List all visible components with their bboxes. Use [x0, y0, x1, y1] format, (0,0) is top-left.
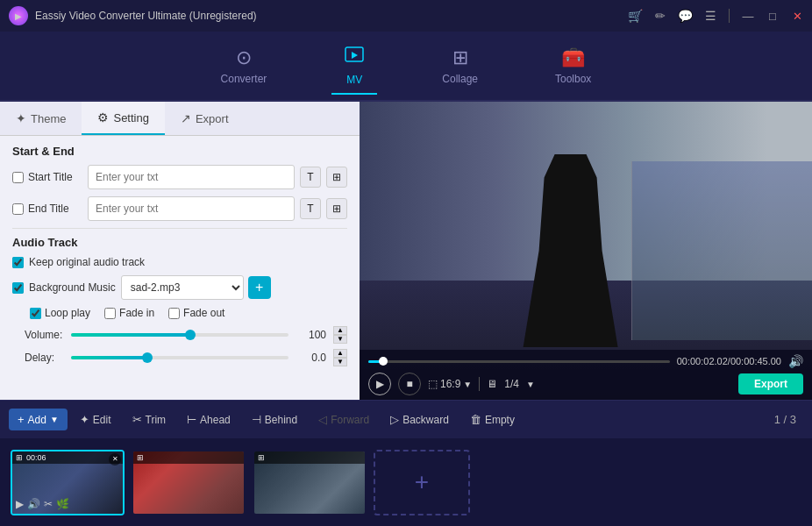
fade-in-label: Fade in: [119, 307, 154, 319]
toolbox-icon: 🧰: [561, 46, 585, 69]
clip-3-top-bar: ⊞: [254, 451, 365, 464]
tab-setting[interactable]: ⚙ Setting: [82, 102, 164, 135]
ahead-icon: ⊢: [187, 413, 196, 426]
nav-label-mv: MV: [346, 74, 362, 86]
nav-item-mv[interactable]: MV: [331, 39, 377, 95]
clip-1-icons: ▶ 🔊 ✂ 🌿: [16, 498, 69, 510]
forward-button[interactable]: ◁ Forward: [310, 409, 378, 430]
nav-item-converter[interactable]: ⊙ Converter: [209, 39, 280, 92]
time-total: 00:00:45.00: [730, 356, 781, 366]
cart-icon[interactable]: 🛒: [628, 9, 643, 23]
fade-in-checkbox[interactable]: [104, 308, 116, 319]
page-indicator: 1 / 3: [774, 413, 803, 426]
nav-item-toolbox[interactable]: 🧰 Toolbox: [543, 39, 603, 92]
delay-thumb[interactable]: [142, 352, 153, 363]
ahead-button[interactable]: ⊢ Ahead: [178, 409, 239, 430]
bottom-toolbar: + Add ▼ ✦ Edit ✂ Trim ⊢ Ahead ⊣ Behind ◁…: [0, 400, 812, 438]
volume-spinner: ▲ ▼: [333, 326, 347, 344]
time-current: 00:00:02.02: [677, 356, 728, 366]
theme-tab-icon: ✦: [16, 111, 26, 125]
fade-in-wrap: Fade in: [104, 307, 154, 319]
start-title-label: Start Title: [28, 171, 73, 183]
delay-down-btn[interactable]: ▼: [333, 358, 347, 366]
main-content: ✦ Theme ⚙ Setting ↗ Export Start & End S…: [0, 102, 812, 400]
empty-button[interactable]: 🗑 Empty: [461, 409, 524, 430]
fade-out-checkbox[interactable]: [168, 308, 180, 319]
progress-bar-wrap: 00:00:02.02/00:00:45.00 🔊: [368, 354, 803, 368]
add-music-button[interactable]: +: [248, 276, 271, 299]
bg-music-label: Background Music: [29, 281, 116, 294]
panel-body: Start & End Start Title T ⊞ End Title T …: [0, 136, 360, 382]
volume-down-btn[interactable]: ▼: [333, 335, 347, 344]
backward-button[interactable]: ▷ Backward: [381, 409, 458, 430]
keep-audio-checkbox[interactable]: [12, 257, 24, 268]
delay-up-btn[interactable]: ▲: [333, 349, 347, 358]
end-title-text-icon[interactable]: T: [300, 198, 321, 219]
add-dropdown-icon[interactable]: ▼: [50, 415, 59, 424]
export-button[interactable]: Export: [738, 373, 803, 394]
nav-label-toolbox: Toolbox: [555, 73, 591, 85]
controls-row: ▶ ■ ⬚ 16:9 ▼ 🖥 1/4 ▼ Export: [368, 373, 803, 395]
edit-button[interactable]: ✦ Edit: [71, 409, 120, 430]
clip-1-close-button[interactable]: ✕: [109, 453, 121, 466]
start-title-checkbox[interactable]: [12, 172, 24, 183]
bg-music-checkbox[interactable]: [12, 282, 24, 294]
tab-theme[interactable]: ✦ Theme: [0, 102, 82, 135]
maximize-button[interactable]: □: [766, 10, 779, 22]
backward-icon: ▷: [390, 413, 399, 426]
ctrl-sep: [479, 377, 480, 391]
progress-track[interactable]: [368, 360, 670, 363]
add-button[interactable]: + Add ▼: [9, 409, 68, 430]
clip-1-time: 00:06: [26, 453, 46, 462]
delay-spinner: ▲ ▼: [333, 349, 347, 366]
nav-item-collage[interactable]: ⊞ Collage: [430, 39, 490, 92]
tab-export-label: Export: [196, 112, 229, 125]
edit-icon[interactable]: ✏: [655, 9, 666, 23]
ratio-dropdown-icon[interactable]: ▼: [463, 380, 472, 389]
tabs: ✦ Theme ⚙ Setting ↗ Export: [0, 102, 360, 136]
chat-icon[interactable]: 💬: [678, 9, 693, 23]
end-title-grid-icon[interactable]: ⊞: [326, 198, 347, 219]
loop-play-label: Loop play: [45, 307, 90, 319]
volume-row: Volume: 100 ▲ ▼: [25, 326, 347, 344]
volume-thumb[interactable]: [185, 330, 196, 340]
trim-icon: ✂: [132, 413, 142, 426]
app-logo: ▶: [9, 6, 28, 25]
nav-label-converter: Converter: [221, 73, 267, 85]
close-button[interactable]: ✕: [791, 10, 803, 22]
progress-thumb[interactable]: [379, 357, 388, 366]
tab-export[interactable]: ↗ Export: [165, 102, 245, 135]
section-start-end: Start & End: [12, 145, 347, 158]
add-clip-icon: +: [415, 468, 429, 496]
quality-dropdown-icon[interactable]: ▼: [526, 380, 535, 389]
empty-label: Empty: [485, 414, 515, 426]
stop-button[interactable]: ■: [398, 373, 421, 395]
clip-item-2[interactable]: ⊞: [132, 450, 246, 515]
clip-item-3[interactable]: ⊞: [253, 450, 367, 515]
fade-out-wrap: Fade out: [168, 307, 224, 319]
add-icon: +: [18, 413, 25, 426]
loop-play-checkbox[interactable]: [30, 308, 41, 319]
end-title-input[interactable]: [88, 196, 295, 221]
timeline: ⊞ 00:06 ✕ ▶ 🔊 ✂ 🌿 ⊞ ⊞: [0, 438, 812, 526]
start-title-input[interactable]: [88, 165, 295, 189]
start-title-grid-icon[interactable]: ⊞: [326, 167, 347, 188]
clip-2-grid-icon: ⊞: [137, 453, 144, 462]
music-select[interactable]: sad-2.mp3: [121, 275, 244, 300]
minimize-button[interactable]: —: [742, 10, 754, 22]
clip-3-grid-icon: ⊞: [258, 453, 265, 462]
clip-item-1[interactable]: ⊞ 00:06 ✕ ▶ 🔊 ✂ 🌿: [11, 450, 125, 515]
trim-button[interactable]: ✂ Trim: [124, 409, 175, 430]
add-clip-button[interactable]: +: [374, 450, 470, 515]
volume-icon[interactable]: 🔊: [788, 354, 803, 368]
volume-track[interactable]: [71, 333, 288, 337]
start-title-text-icon[interactable]: T: [300, 167, 321, 188]
end-title-checkbox[interactable]: [12, 203, 24, 215]
volume-up-btn[interactable]: ▲: [333, 326, 347, 335]
delay-track[interactable]: [71, 356, 288, 359]
menu-icon[interactable]: ☰: [705, 9, 716, 23]
behind-icon: ⊣: [252, 413, 261, 426]
behind-button[interactable]: ⊣ Behind: [243, 409, 306, 430]
play-button[interactable]: ▶: [368, 373, 391, 395]
clip-1-play-icon: ▶: [16, 498, 24, 510]
